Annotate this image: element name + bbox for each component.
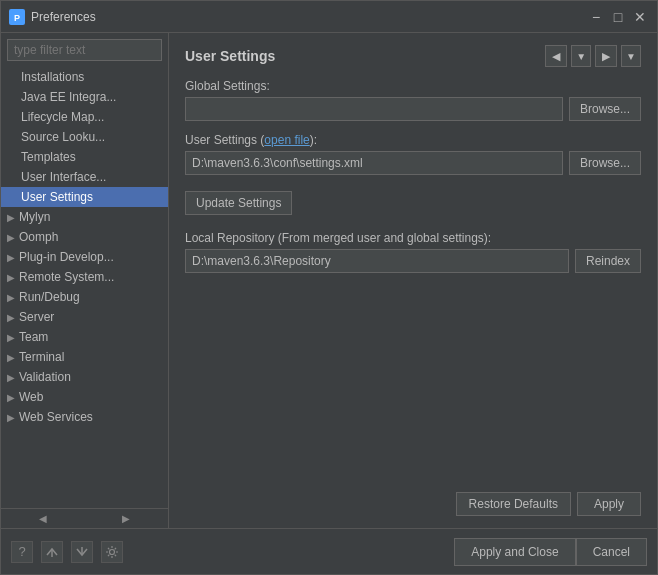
tree-item-label: Terminal <box>19 350 64 364</box>
user-settings-row: Browse... <box>185 151 641 175</box>
cancel-button[interactable]: Cancel <box>576 538 647 566</box>
chevron-icon: ▶ <box>7 412 15 423</box>
chevron-icon: ▶ <box>7 312 15 323</box>
svg-text:P: P <box>14 13 20 23</box>
chevron-icon: ▶ <box>7 232 15 243</box>
right-panel: User Settings ◀ ▼ ▶ ▼ Global Settings: B… <box>169 33 657 528</box>
tree-container: InstallationsJava EE Integra...Lifecycle… <box>1 67 168 508</box>
tree-item-oomph[interactable]: ▶Oomph <box>1 227 168 247</box>
nav-back-dropdown[interactable]: ▼ <box>571 45 591 67</box>
user-settings-label-post: ): <box>310 133 317 147</box>
maximize-button[interactable]: □ <box>609 8 627 26</box>
tree-item-label: Run/Debug <box>19 290 80 304</box>
tree-item-label: Web Services <box>19 410 93 424</box>
chevron-icon: ▶ <box>7 292 15 303</box>
tree-item-validation[interactable]: ▶Validation <box>1 367 168 387</box>
chevron-icon: ▶ <box>7 372 15 383</box>
global-settings-group: Global Settings: Browse... <box>185 79 641 121</box>
tree-item-label: Mylyn <box>19 210 50 224</box>
tree-item-run-debug[interactable]: ▶Run/Debug <box>1 287 168 307</box>
tree-item-label: Remote System... <box>19 270 114 284</box>
svg-point-4 <box>110 549 115 554</box>
tree-item-team[interactable]: ▶Team <box>1 327 168 347</box>
scroll-right-button[interactable]: ▶ <box>85 509 169 528</box>
update-settings-container: Update Settings <box>185 187 641 215</box>
tree-item-java-ee[interactable]: Java EE Integra... <box>1 87 168 107</box>
nav-forward-dropdown[interactable]: ▼ <box>621 45 641 67</box>
local-repo-group: Local Repository (From merged user and g… <box>185 231 641 273</box>
help-icon-button[interactable]: ? <box>11 541 33 563</box>
bottom-bar-icons: ? <box>11 541 123 563</box>
tree-item-templates[interactable]: Templates <box>1 147 168 167</box>
filter-input[interactable] <box>7 39 162 61</box>
tree-item-web[interactable]: ▶Web <box>1 387 168 407</box>
global-settings-row: Browse... <box>185 97 641 121</box>
tree-item-plug-in-dev[interactable]: ▶Plug-in Develop... <box>1 247 168 267</box>
tree-item-web-services[interactable]: ▶Web Services <box>1 407 168 427</box>
open-file-link[interactable]: open file <box>264 133 309 147</box>
tree-item-user-interface[interactable]: User Interface... <box>1 167 168 187</box>
global-settings-input[interactable] <box>185 97 563 121</box>
chevron-icon: ▶ <box>7 212 15 223</box>
export-icon-button[interactable] <box>41 541 63 563</box>
left-panel: InstallationsJava EE Integra...Lifecycle… <box>1 33 169 528</box>
window-title: Preferences <box>31 10 587 24</box>
tree-item-server[interactable]: ▶Server <box>1 307 168 327</box>
apply-and-close-button[interactable]: Apply and Close <box>454 538 575 566</box>
global-settings-label: Global Settings: <box>185 79 641 93</box>
nav-back-icon: ◀ <box>552 50 560 63</box>
tree-item-label: Server <box>19 310 54 324</box>
nav-forward-button[interactable]: ▶ <box>595 45 617 67</box>
global-settings-browse-button[interactable]: Browse... <box>569 97 641 121</box>
window-controls: − □ ✕ <box>587 8 649 26</box>
nav-back-button[interactable]: ◀ <box>545 45 567 67</box>
user-settings-browse-button[interactable]: Browse... <box>569 151 641 175</box>
tree-item-mylyn[interactable]: ▶Mylyn <box>1 207 168 227</box>
user-settings-group: User Settings (open file): Browse... <box>185 133 641 175</box>
tree-scroll-arrows: ◀ ▶ <box>1 508 168 528</box>
chevron-icon: ▶ <box>7 352 15 363</box>
tree-item-label: Plug-in Develop... <box>19 250 114 264</box>
tree-item-label: Team <box>19 330 48 344</box>
settings-icon-button[interactable] <box>101 541 123 563</box>
tree-item-label: Validation <box>19 370 71 384</box>
local-repo-label: Local Repository (From merged user and g… <box>185 231 641 245</box>
local-repo-row: Reindex <box>185 249 641 273</box>
preferences-window: P Preferences − □ ✕ InstallationsJava EE… <box>0 0 658 575</box>
tree-item-remote-systems[interactable]: ▶Remote System... <box>1 267 168 287</box>
tree-item-label: Web <box>19 390 43 404</box>
minimize-button[interactable]: − <box>587 8 605 26</box>
title-bar: P Preferences − □ ✕ <box>1 1 657 33</box>
tree-item-terminal[interactable]: ▶Terminal <box>1 347 168 367</box>
right-toolbar: User Settings ◀ ▼ ▶ ▼ <box>185 45 641 67</box>
panel-bottom-actions: Restore Defaults Apply <box>185 484 641 516</box>
chevron-icon: ▶ <box>7 272 15 283</box>
tree-item-source-lookup[interactable]: Source Looku... <box>1 127 168 147</box>
bottom-bar: ? Apply and Close Ca <box>1 528 657 574</box>
panel-title: User Settings <box>185 48 541 64</box>
chevron-icon: ▶ <box>7 332 15 343</box>
nav-forward-icon: ▶ <box>602 50 610 63</box>
tree-item-user-settings[interactable]: User Settings <box>1 187 168 207</box>
spacer <box>185 285 641 476</box>
user-settings-label: User Settings (open file): <box>185 133 641 147</box>
reindex-button[interactable]: Reindex <box>575 249 641 273</box>
user-settings-input[interactable] <box>185 151 563 175</box>
user-settings-label-pre: User Settings ( <box>185 133 264 147</box>
restore-defaults-button[interactable]: Restore Defaults <box>456 492 571 516</box>
tree-item-label: Oomph <box>19 230 58 244</box>
update-settings-button[interactable]: Update Settings <box>185 191 292 215</box>
main-content: InstallationsJava EE Integra...Lifecycle… <box>1 33 657 528</box>
tree-item-installations[interactable]: Installations <box>1 67 168 87</box>
import-icon-button[interactable] <box>71 541 93 563</box>
chevron-icon: ▶ <box>7 392 15 403</box>
app-icon: P <box>9 9 25 25</box>
local-repo-input[interactable] <box>185 249 569 273</box>
chevron-icon: ▶ <box>7 252 15 263</box>
tree-item-lifecycle[interactable]: Lifecycle Map... <box>1 107 168 127</box>
scroll-left-button[interactable]: ◀ <box>1 509 85 528</box>
close-button[interactable]: ✕ <box>631 8 649 26</box>
apply-button[interactable]: Apply <box>577 492 641 516</box>
